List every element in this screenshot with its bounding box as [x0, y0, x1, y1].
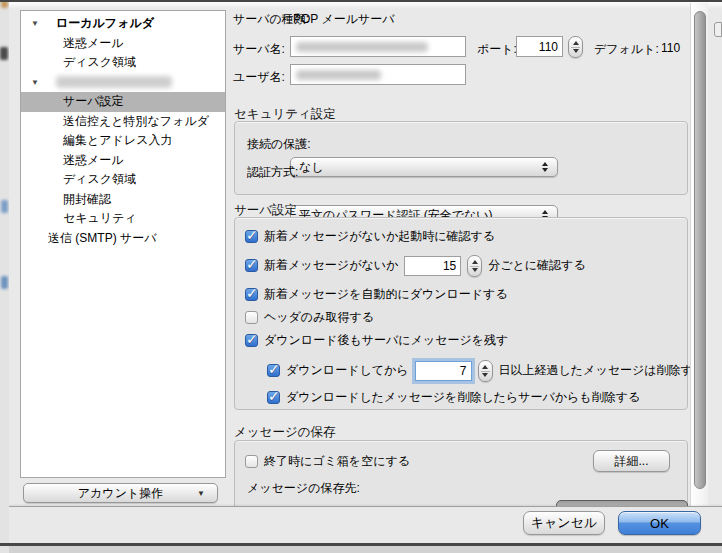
stepper-down-icon[interactable] — [482, 373, 488, 377]
dialog-bottom-edge — [0, 543, 722, 546]
server-name-input[interactable] — [290, 36, 466, 57]
checkbox-row-empty-trash[interactable]: ✓ 終了時にゴミ箱を空にする — [245, 452, 410, 470]
sidebar-item-label: セキュリティ — [63, 210, 137, 227]
checkbox-auto-download[interactable]: ✓ — [245, 288, 258, 301]
checkbox-row-delete-from-server[interactable]: ✓ ダウンロードしたメッセージを削除したらサーバからも削除する — [267, 388, 640, 406]
sidebar-item-outgoing-smtp[interactable]: 送信 (SMTP) サーバ — [21, 229, 225, 249]
stepper-down-icon[interactable] — [472, 268, 478, 272]
checkbox-check-interval[interactable]: ✓ — [245, 259, 258, 272]
check-interval-stepper[interactable] — [467, 255, 482, 277]
redacted-account-name — [56, 76, 172, 88]
sidebar-item-junk[interactable]: 迷惑メール — [21, 151, 225, 171]
connection-security-label: 接続の保護: — [247, 136, 311, 153]
user-name-label: ユーザ名: — [233, 69, 285, 86]
checkbox-label: 新着メッセージを自動的にダウンロードする — [264, 286, 508, 303]
sidebar-item-label: ローカルフォルダ — [56, 15, 154, 32]
user-name-input[interactable] — [290, 64, 466, 85]
stepper-up-icon[interactable] — [573, 41, 579, 45]
redacted-user-name — [296, 70, 381, 80]
auth-method-label: 認証方式: — [247, 164, 298, 181]
accounts-tree: ▼ ローカルフォルダ 迷惑メール ディスク領域 ▼ サーバ設定 送信控えと特別な… — [20, 10, 226, 478]
disclosure-triangle-icon[interactable]: ▼ — [31, 19, 45, 28]
checkbox-label: ダウンロードしたメッセージを削除したらサーバからも削除する — [286, 389, 640, 406]
checkbox-label: 終了時にゴミ箱を空にする — [264, 453, 410, 470]
cancel-button[interactable]: キャンセル — [523, 511, 605, 535]
checkbox-label: ヘッダのみ取得する — [264, 309, 374, 326]
server-name-label: サーバ名: — [233, 41, 285, 58]
ok-button[interactable]: OK — [618, 511, 701, 535]
checkbox-row-check-interval[interactable]: ✓ 新着メッセージがないか 分ごとに確認する — [245, 254, 592, 277]
check-interval-input[interactable] — [404, 256, 461, 276]
port-default-value: 110 — [661, 41, 680, 55]
checkbox-empty-trash[interactable]: ✓ — [245, 455, 258, 468]
checkbox-label-suffix: 分ごとに確認する — [488, 257, 585, 274]
check-icon: ✓ — [246, 256, 258, 272]
connection-security-select[interactable]: なし — [290, 157, 558, 177]
sidebar-item-label: 開封確認 — [63, 191, 111, 208]
disclosure-triangle-icon[interactable]: ▼ — [31, 78, 45, 87]
sidebar-item-label: 編集とアドレス入力 — [63, 132, 172, 149]
checkbox-headers-only[interactable]: ✓ — [245, 311, 258, 324]
sidebar-item-label: 迷惑メール — [63, 152, 124, 169]
port-input[interactable] — [516, 36, 563, 57]
sidebar-item-disk-space[interactable]: ディスク領域 — [21, 170, 225, 190]
dropdown-arrows-icon — [541, 158, 549, 176]
checkbox-row-auto-download[interactable]: ✓ 新着メッセージを自動的にダウンロードする — [245, 285, 508, 303]
check-icon: ✓ — [246, 331, 258, 347]
sidebar-item-local-folders[interactable]: ▼ ローカルフォルダ — [21, 14, 225, 34]
stepper-up-icon[interactable] — [472, 260, 478, 264]
sidebar-item-label: 送信控えと特別なフォルダ — [63, 113, 209, 130]
sidebar-item-label: サーバ設定 — [63, 93, 124, 110]
checkbox-row-leave-on-server[interactable]: ✓ ダウンロード後もサーバにメッセージを残す — [245, 331, 508, 349]
account-actions-label: アカウント操作 — [78, 485, 163, 502]
checkbox-row-delete-after-days[interactable]: ✓ ダウンロードしてから 日以上経過したメッセージは削除する — [267, 359, 711, 382]
server-type-value: POP メールサーバ — [293, 11, 395, 28]
delete-after-days-input[interactable] — [415, 361, 472, 381]
storage-section-title: メッセージの保存 — [234, 424, 335, 441]
checkbox-label-suffix: 日以上経過したメッセージは削除する — [499, 362, 706, 379]
sidebar-item-return-receipts[interactable]: 開封確認 — [21, 190, 225, 210]
check-icon: ✓ — [268, 361, 280, 377]
checkbox-row-headers-only[interactable]: ✓ ヘッダのみ取得する — [245, 308, 374, 326]
checkbox-label: ダウンロード後もサーバにメッセージを残す — [264, 332, 508, 349]
sidebar-item-junk-local[interactable]: 迷惑メール — [21, 34, 225, 54]
port-stepper[interactable] — [568, 36, 583, 58]
scrollbar-thumb[interactable] — [694, 11, 706, 489]
sidebar-item-server-settings[interactable]: サーバ設定 — [21, 92, 225, 112]
stepper-up-icon[interactable] — [482, 365, 488, 369]
check-icon: ✓ — [268, 388, 280, 404]
checkbox-label: 新着メッセージがないか起動時に確認する — [264, 228, 495, 245]
checkbox-row-check-at-startup[interactable]: ✓ 新着メッセージがないか起動時に確認する — [245, 227, 495, 245]
checkbox-check-at-startup[interactable]: ✓ — [245, 230, 258, 243]
checkbox-leave-on-server[interactable]: ✓ — [245, 334, 258, 347]
storage-location-label: メッセージの保存先: — [247, 480, 360, 497]
content-scrollbar[interactable] — [690, 3, 708, 506]
port-label: ポート: — [477, 41, 517, 58]
dropdown-arrow-icon: ▼ — [197, 489, 205, 498]
sidebar-item-label: 送信 (SMTP) サーバ — [48, 230, 157, 247]
sidebar-item-disk-space-local[interactable]: ディスク領域 — [21, 53, 225, 73]
window-edge-fragment — [714, 22, 722, 37]
connection-security-value: なし — [299, 159, 324, 176]
checkbox-label-prefix: ダウンロードしてから — [286, 362, 409, 379]
redacted-server-name — [296, 42, 428, 52]
sidebar-item-label: 迷惑メール — [63, 35, 124, 52]
checkbox-delete-from-server[interactable]: ✓ — [267, 391, 280, 404]
advanced-button[interactable]: 詳細... — [593, 450, 670, 472]
check-icon: ✓ — [246, 227, 258, 243]
delete-after-days-stepper[interactable] — [478, 360, 493, 382]
sidebar-item-label: ディスク領域 — [63, 171, 136, 188]
check-icon: ✓ — [246, 285, 258, 301]
footer-separator — [9, 506, 722, 507]
dialog-content: ▼ ローカルフォルダ 迷惑メール ディスク領域 ▼ サーバ設定 送信控えと特別な… — [0, 0, 722, 507]
sidebar-item-copies-folders[interactable]: 送信控えと特別なフォルダ — [21, 112, 225, 132]
port-default-label: デフォルト: — [594, 41, 659, 58]
checkbox-label-prefix: 新着メッセージがないか — [264, 257, 398, 274]
sidebar-item-composition-addressing[interactable]: 編集とアドレス入力 — [21, 131, 225, 151]
checkbox-delete-after-days[interactable]: ✓ — [267, 364, 280, 377]
sidebar-item-account[interactable]: ▼ — [21, 73, 225, 93]
sidebar-item-security[interactable]: セキュリティ — [21, 209, 225, 229]
account-actions-button[interactable]: アカウント操作 ▼ — [23, 483, 218, 503]
sidebar-item-label: ディスク領域 — [63, 54, 136, 71]
stepper-down-icon[interactable] — [573, 49, 579, 53]
